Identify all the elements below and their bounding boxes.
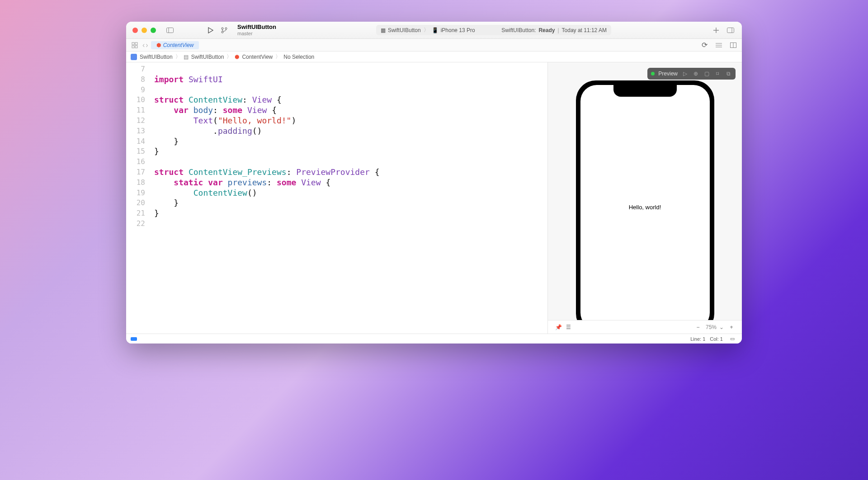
status-bar: Line: 1 Col: 1 ▭ <box>126 334 742 344</box>
svg-rect-0 <box>167 28 174 33</box>
nav-back-button[interactable]: ‹ <box>142 41 145 49</box>
zoom-window-button[interactable] <box>151 28 156 33</box>
pin-icon[interactable]: 📌 <box>553 322 563 332</box>
adjust-editor-button[interactable] <box>714 40 724 50</box>
preview-pane: Preview ▷ ⊕ ▢ ⌑ ⧉ Hello, world! 📌 ☰ − 75… <box>547 62 742 334</box>
list-icon[interactable]: ☰ <box>563 322 573 332</box>
nav-forward-button[interactable]: › <box>146 41 148 49</box>
chevron-down-icon[interactable]: ⌄ <box>719 324 724 330</box>
status-state: Ready <box>538 27 555 33</box>
cursor-line: Line: 1 <box>690 336 705 342</box>
project-name: SwiftUIButton <box>237 24 276 30</box>
cursor-col: Col: 1 <box>710 336 723 342</box>
breadcrumb: SwiftUIButton 〉 ▤ SwiftUIButton 〉 ⬢ Cont… <box>126 52 742 62</box>
device-notch <box>613 85 677 97</box>
line-gutter: 78910111213141516171819202122 <box>126 62 150 334</box>
branch-button[interactable] <box>219 25 229 35</box>
svg-rect-12 <box>135 46 137 48</box>
status-time: Today at 11:12 AM <box>562 27 607 33</box>
zoom-in-icon[interactable]: + <box>726 322 736 332</box>
branch-name: master <box>237 31 276 36</box>
svg-rect-7 <box>727 28 734 33</box>
library-button[interactable] <box>711 25 721 35</box>
preview-duplicate-icon[interactable]: ⧉ <box>725 71 732 77</box>
titlebar: SwiftUIButton master ▦ SwiftUIButton 〉 📱… <box>126 22 742 39</box>
scheme-name: SwiftUIButton <box>388 27 421 33</box>
status-project: SwiftUIButton: <box>501 27 536 33</box>
preview-settings-icon[interactable]: ⊕ <box>692 71 699 77</box>
code-editor[interactable]: 78910111213141516171819202122 import Swi… <box>126 62 547 334</box>
svg-point-2 <box>222 28 223 29</box>
preview-play-icon[interactable]: ▷ <box>681 71 689 77</box>
code-content[interactable]: import SwiftUI struct ContentView: View … <box>150 62 547 334</box>
scheme-icon: ▦ <box>381 27 386 33</box>
main-area: 78910111213141516171819202122 import Swi… <box>126 62 742 334</box>
related-items-button[interactable] <box>130 40 140 50</box>
folder-icon: ▤ <box>184 54 189 60</box>
toggle-left-panel-button[interactable] <box>165 25 175 35</box>
crumb-0[interactable]: SwiftUIButton <box>140 54 173 60</box>
project-title: SwiftUIButton master <box>237 24 276 36</box>
svg-rect-11 <box>132 46 134 48</box>
add-editor-button[interactable] <box>728 40 738 50</box>
project-icon <box>131 54 137 60</box>
preview-toolbar: Preview ▷ ⊕ ▢ ⌑ ⧉ <box>647 68 736 80</box>
preview-bottom-bar: 📌 ☰ − 75% ⌄ + <box>548 320 742 334</box>
preview-screen: Hello, world! <box>580 85 710 329</box>
zoom-out-icon[interactable]: − <box>693 322 703 332</box>
tab-contentview[interactable]: ⬢ ContentView <box>151 41 199 49</box>
preview-label: Preview <box>658 71 678 77</box>
tab-label: ContentView <box>163 42 194 48</box>
crumb-2[interactable]: ContentView <box>242 54 273 60</box>
preview-text: Hello, world! <box>629 204 661 211</box>
preview-display-icon[interactable]: ⌑ <box>714 71 721 77</box>
zoom-level[interactable]: 75% <box>706 324 717 330</box>
nav-arrows: ‹ › <box>142 41 148 49</box>
refresh-icon[interactable]: ⟳ <box>699 40 709 50</box>
swift-file-icon: ⬢ <box>156 42 161 48</box>
minimap-toggle-icon[interactable]: ▭ <box>727 334 737 344</box>
svg-rect-9 <box>132 42 134 45</box>
close-window-button[interactable] <box>132 28 138 33</box>
run-button[interactable] <box>206 25 216 35</box>
xcode-window: SwiftUIButton master ▦ SwiftUIButton 〉 📱… <box>126 22 742 344</box>
crumb-1[interactable]: SwiftUIButton <box>191 54 224 60</box>
crumb-3[interactable]: No Selection <box>283 54 314 60</box>
status-indicator <box>131 337 137 341</box>
tab-bar: ‹ › ⬢ ContentView ⟳ <box>126 39 742 52</box>
device-name: iPhone 13 Pro <box>441 27 475 33</box>
window-controls <box>132 28 156 33</box>
swift-file-icon: ⬢ <box>235 54 239 60</box>
preview-status-dot <box>651 72 655 75</box>
preview-device-frame: Hello, world! <box>576 80 714 334</box>
device-icon: 📱 <box>432 27 439 33</box>
minimize-window-button[interactable] <box>142 28 147 33</box>
svg-point-3 <box>222 31 223 33</box>
svg-rect-10 <box>135 42 137 45</box>
activity-viewer[interactable]: ▦ SwiftUIButton 〉 📱 iPhone 13 Pro SwiftU… <box>376 25 611 35</box>
svg-point-4 <box>225 28 227 29</box>
toggle-right-panel-button[interactable] <box>726 25 736 35</box>
preview-device-icon[interactable]: ▢ <box>703 71 710 77</box>
